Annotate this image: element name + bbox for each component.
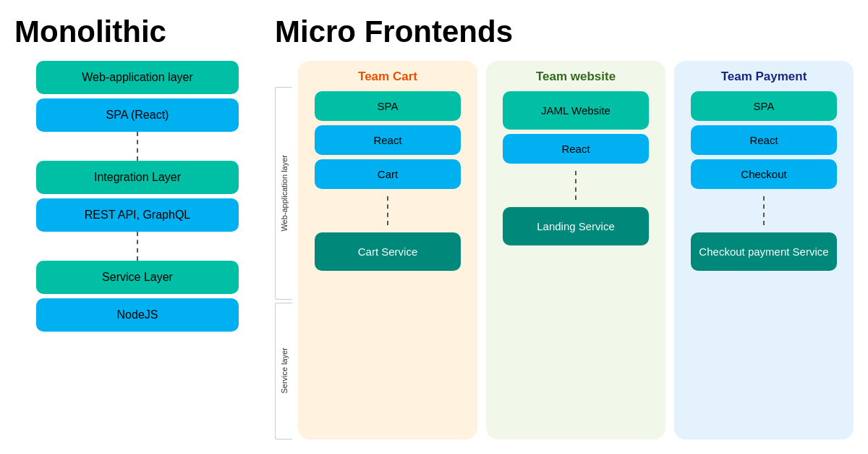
team-cart-label: Team Cart xyxy=(307,70,469,84)
micro-frontends-section: Micro Frontends Web-application layer Se… xyxy=(275,14,854,440)
website-dashed-line xyxy=(575,171,576,200)
team-website-label: Team website xyxy=(495,70,657,84)
web-app-layer-box: Web-application layer xyxy=(36,61,239,94)
team-payment-column: Team Payment SPA React Checkout Checkout… xyxy=(674,61,854,440)
payment-spa-box: SPA xyxy=(691,91,837,121)
vertical-labels-container: Web-application layer Service layer xyxy=(275,61,292,440)
integration-layer-box: Integration Layer xyxy=(36,161,239,194)
team-payment-service-area: Checkout payment Service xyxy=(683,228,845,271)
teams-columns: Team Cart SPA React Cart Cart Service Te… xyxy=(298,61,854,440)
nodejs-box: NodeJS xyxy=(36,298,239,332)
cart-dashed-connector xyxy=(307,196,469,225)
team-cart-service-area: Cart Service xyxy=(307,228,469,271)
team-cart-web-area: SPA React Cart xyxy=(307,91,469,193)
payment-dashed-line xyxy=(763,196,765,225)
checkout-payment-service-box: Checkout payment Service xyxy=(691,232,837,271)
website-jaml-box: JAML Website xyxy=(503,91,649,130)
web-app-vertical-label: Web-application layer xyxy=(280,155,289,232)
payment-dashed-connector xyxy=(683,196,845,225)
service-layer-box: Service Layer xyxy=(36,261,239,294)
team-website-service-area: Landing Service xyxy=(495,203,657,245)
monolithic-title: Monolithic xyxy=(14,14,260,49)
website-dashed-connector xyxy=(495,171,657,200)
payment-react-box: React xyxy=(691,125,837,155)
micro-frontends-title: Micro Frontends xyxy=(275,14,854,49)
team-payment-web-area: SPA React Checkout xyxy=(683,91,845,193)
service-vertical-label-container: Service layer xyxy=(275,303,292,440)
cart-spa-box: SPA xyxy=(315,91,461,121)
cart-service-box: Cart Service xyxy=(315,232,461,271)
monolithic-layers: Web-application layer SPA (React) Integr… xyxy=(14,61,260,332)
dashed-line-2 xyxy=(137,232,138,261)
team-payment-label: Team Payment xyxy=(683,70,845,84)
web-app-vertical-label-container: Web-application layer xyxy=(275,87,292,300)
team-website-column: Team website JAML Website React Landing … xyxy=(486,61,665,440)
cart-react-box: React xyxy=(315,125,461,155)
service-vertical-label: Service layer xyxy=(280,348,289,394)
dashed-line-1 xyxy=(137,132,138,161)
cart-cart-box: Cart xyxy=(315,159,461,189)
dashed-connector-1 xyxy=(36,132,239,161)
payment-checkout-box: Checkout xyxy=(691,159,837,189)
website-react-box: React xyxy=(503,134,649,164)
monolithic-section: Monolithic Web-application layer SPA (Re… xyxy=(14,14,260,440)
spa-react-box: SPA (React) xyxy=(36,98,239,132)
landing-service-box: Landing Service xyxy=(503,207,649,245)
dashed-connector-2 xyxy=(36,232,239,261)
rest-api-box: REST API, GraphQL xyxy=(36,198,239,232)
cart-dashed-line xyxy=(387,196,388,225)
team-website-web-area: JAML Website React xyxy=(495,91,657,168)
team-cart-column: Team Cart SPA React Cart Cart Service xyxy=(298,61,477,440)
